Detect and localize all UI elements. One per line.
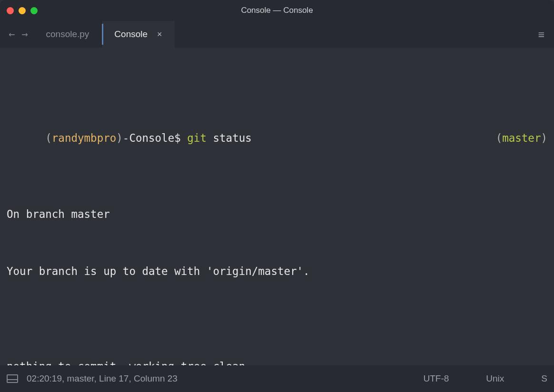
- tab-console[interactable]: Console ×: [102, 21, 174, 48]
- status-line-ending[interactable]: Unix: [472, 373, 518, 384]
- command-args: status: [213, 132, 252, 144]
- traffic-lights: [7, 7, 38, 14]
- nav-forward-button[interactable]: →: [21, 29, 28, 39]
- statusbar: 02:20:19, master, Line 17, Column 23 UTF…: [0, 365, 554, 392]
- output-line: Your branch is up to date with 'origin/m…: [7, 262, 547, 281]
- prompt-host: randymbpro: [52, 132, 116, 144]
- status-right-edge[interactable]: S: [527, 373, 547, 384]
- output-line: nothing to commit, working tree clean: [7, 357, 547, 365]
- tab-console-py[interactable]: console.py: [34, 21, 102, 48]
- terminal-view[interactable]: (randymbpro)-Console$ git status (master…: [0, 48, 554, 365]
- tab-menu-icon[interactable]: ≡: [534, 21, 548, 48]
- output-line: On branch master: [7, 205, 547, 224]
- prompt-symbol: $: [174, 132, 181, 144]
- status-encoding[interactable]: UTF-8: [409, 373, 463, 384]
- prompt-path: Console: [129, 132, 174, 144]
- window-title: Console — Console: [0, 6, 554, 15]
- prompt-line: (randymbpro)-Console$ git status (master…: [7, 109, 547, 167]
- close-window-button[interactable]: [7, 7, 14, 14]
- command-text: git: [187, 132, 207, 144]
- tab-label: console.py: [46, 29, 89, 39]
- nav-arrows: ← →: [6, 21, 34, 48]
- zoom-window-button[interactable]: [30, 7, 38, 14]
- panel-icon[interactable]: [7, 374, 18, 383]
- tab-label: Console: [114, 29, 148, 39]
- titlebar: Console — Console: [0, 0, 554, 21]
- status-left[interactable]: 02:20:19, master, Line 17, Column 23: [27, 373, 178, 384]
- close-tab-icon[interactable]: ×: [157, 29, 162, 39]
- tabbar: ← → console.py Console × ≡: [0, 21, 554, 48]
- prompt-branch: master: [502, 132, 541, 144]
- nav-back-button[interactable]: ←: [9, 29, 15, 39]
- minimize-window-button[interactable]: [19, 7, 26, 14]
